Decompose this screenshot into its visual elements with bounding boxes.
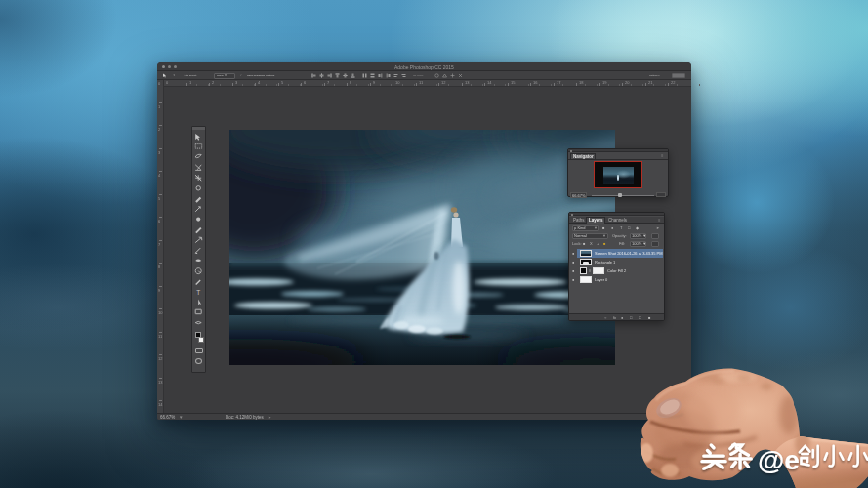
svg-text:@e: @e bbox=[758, 445, 800, 475]
svg-text:T: T bbox=[196, 289, 200, 296]
